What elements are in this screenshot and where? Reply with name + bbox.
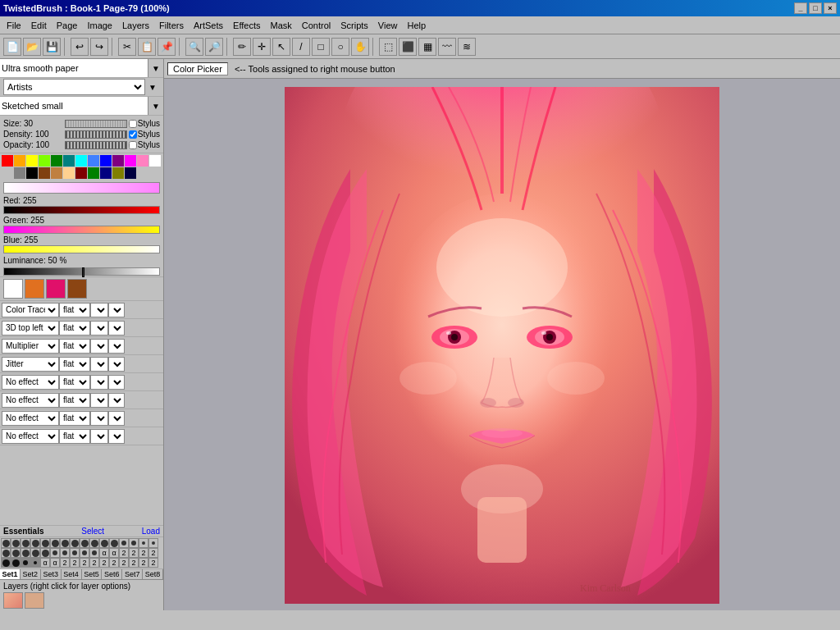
effect-num-2[interactable]: 1	[90, 339, 108, 354]
brush-cell-3[interactable]	[21, 538, 30, 548]
brush-cell-20[interactable]	[30, 548, 40, 558]
brush-cell-18[interactable]	[11, 548, 21, 558]
layer-thumb-2[interactable]	[25, 592, 44, 609]
swatch-orange[interactable]	[14, 155, 25, 167]
swatch-blue[interactable]	[100, 155, 112, 167]
brush-cell-7[interactable]	[60, 538, 70, 548]
brush-cell-33[interactable]	[1, 558, 11, 568]
swatch-lime[interactable]	[39, 155, 50, 167]
copy-tool[interactable]: 📋	[138, 38, 156, 56]
brush-dropdown-arrow[interactable]: ▼	[148, 97, 163, 115]
effect-type-3[interactable]: flat	[59, 357, 90, 372]
menu-image[interactable]: Image	[82, 19, 117, 32]
brush-set-5[interactable]: Set5	[82, 569, 103, 579]
effect-select-7[interactable]: No effect	[2, 429, 59, 444]
brush-cell-35[interactable]	[21, 558, 30, 568]
effect-num-1[interactable]: 1	[90, 321, 108, 336]
effect-select-2[interactable]: Multiplier	[2, 339, 59, 354]
brush-cell-47[interactable]: 2	[139, 558, 148, 568]
brush-cell-37[interactable]: α	[40, 558, 50, 568]
save-tool[interactable]: 💾	[43, 38, 61, 56]
big-swatch-orange[interactable]	[25, 279, 44, 299]
paper-dropdown-arrow[interactable]: ▼	[148, 59, 163, 77]
swatch-brown[interactable]	[39, 167, 50, 179]
effect-num-5[interactable]: 1	[90, 393, 108, 408]
ellipse-tool[interactable]: ○	[331, 38, 349, 56]
brush-cell-32[interactable]: 2	[148, 548, 158, 558]
menu-effects[interactable]: Effects	[228, 19, 265, 32]
select-rect-tool[interactable]: ⬚	[379, 38, 397, 56]
brush-cell-41[interactable]: 2	[80, 558, 89, 568]
minimize-button[interactable]: _	[794, 2, 807, 14]
menu-scripts[interactable]: Scripts	[336, 19, 373, 32]
swatch-ltbrown[interactable]	[51, 167, 62, 179]
brush-cell-5[interactable]	[40, 538, 50, 548]
effect-num-0[interactable]: 1	[90, 303, 108, 317]
new-tool[interactable]: 📄	[3, 38, 21, 56]
effect-select-0[interactable]: Color Trace	[2, 303, 59, 317]
swatch-white[interactable]	[149, 155, 161, 167]
paste-tool[interactable]: 📌	[158, 38, 176, 56]
brush-set-2[interactable]: Set2	[21, 569, 41, 579]
brush-cell-48[interactable]: 2	[148, 558, 158, 568]
swatch-ltgray[interactable]	[2, 167, 13, 179]
effect-select-1[interactable]: 3D top left	[2, 321, 59, 336]
brush-cell-26[interactable]	[89, 548, 99, 558]
cut-tool[interactable]: ✂	[118, 38, 136, 56]
brush-set-6[interactable]: Set6	[102, 569, 122, 579]
pattern-tool[interactable]: ▦	[418, 38, 436, 56]
opacity-stylus-check[interactable]: Stylus	[129, 140, 160, 149]
effect-select-6[interactable]: No effect	[2, 411, 59, 426]
effect-mod-2[interactable]: H	[108, 339, 125, 354]
swatch-magenta[interactable]	[125, 155, 136, 167]
brush-set-7[interactable]: Set7	[122, 569, 143, 579]
density-stylus-check[interactable]: Stylus	[129, 130, 160, 139]
undo-tool[interactable]: ↩	[71, 38, 89, 56]
brush-cell-11[interactable]	[99, 538, 109, 548]
menu-page[interactable]: Page	[52, 19, 83, 32]
effect-type-7[interactable]: flat	[59, 429, 90, 444]
zoom-in-tool[interactable]: 🔍	[185, 38, 203, 56]
brush-cell-9[interactable]	[80, 538, 89, 548]
effect-select-5[interactable]: No effect	[2, 393, 59, 408]
effect-num-3[interactable]: 1	[90, 357, 108, 372]
effect-mod-0[interactable]: H	[108, 303, 125, 317]
swatch-skin[interactable]	[63, 167, 75, 179]
rect-tool[interactable]: □	[312, 38, 330, 56]
redo-tool[interactable]: ↪	[90, 38, 108, 56]
blend-tool[interactable]: ≋	[458, 38, 476, 56]
brush-cell-44[interactable]: 2	[109, 558, 119, 568]
big-swatch-brown[interactable]	[67, 279, 87, 299]
effect-type-4[interactable]: flat	[59, 375, 90, 390]
canvas-area[interactable]: Kim Carlson	[164, 79, 840, 610]
brush-cell-21[interactable]	[40, 548, 50, 558]
effect-mod-7[interactable]: 1	[108, 429, 125, 444]
swatch-dkgreen[interactable]	[88, 167, 99, 179]
size-stylus-check[interactable]: Stylus	[129, 119, 160, 128]
effect-mod-3[interactable]: 1	[108, 357, 125, 372]
brush-cell-12[interactable]	[109, 538, 119, 548]
effect-select-4[interactable]: No effect	[2, 375, 59, 390]
effect-mod-6[interactable]: 1	[108, 411, 125, 426]
zoom-out-tool[interactable]: 🔎	[205, 38, 223, 56]
hand-tool[interactable]: ✋	[351, 38, 369, 56]
brush-cell-13[interactable]	[119, 538, 129, 548]
swatch-ltblue[interactable]	[88, 155, 99, 167]
brush-cell-14[interactable]	[129, 538, 139, 548]
size-slider-track[interactable]	[65, 120, 127, 128]
effect-num-6[interactable]: 1	[90, 411, 108, 426]
swatch-teal[interactable]	[63, 155, 75, 167]
brush-cell-4[interactable]	[30, 538, 40, 548]
brush-cell-45[interactable]: 2	[119, 558, 129, 568]
green-slider-track[interactable]	[3, 226, 160, 234]
brush-cell-46[interactable]: 2	[129, 558, 139, 568]
swatch-green[interactable]	[51, 155, 62, 167]
swatch-black[interactable]	[26, 167, 38, 179]
menu-control[interactable]: Control	[297, 19, 336, 32]
menu-filters[interactable]: Filters	[154, 19, 189, 32]
brush-cell-25[interactable]	[80, 548, 89, 558]
paper-select[interactable]: Ultra smooth paper	[0, 59, 148, 77]
smudge-tool[interactable]: 〰	[438, 38, 456, 56]
luminance-slider[interactable]	[3, 267, 160, 276]
effect-mod-5[interactable]: 1	[108, 393, 125, 408]
